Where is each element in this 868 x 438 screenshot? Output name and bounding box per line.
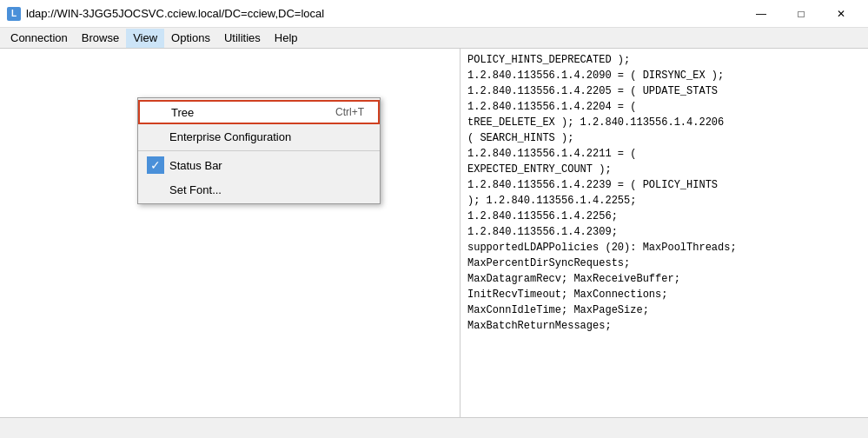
window-controls: — □ ✕ xyxy=(741,0,861,28)
content-line-14: MaxDatagramRecv; MaxReceiveBuffer; xyxy=(467,271,861,287)
content-line-9: ); 1.2.840.113556.1.4.2255; xyxy=(467,193,861,209)
close-button[interactable]: ✕ xyxy=(821,0,861,28)
content-line-6: 1.2.840.113556.1.4.2211 = ( xyxy=(467,146,861,162)
app-icon: L xyxy=(7,7,21,21)
content-line-7: EXPECTED_ENTRY_COUNT ); xyxy=(467,162,861,177)
menu-browse[interactable]: Browse xyxy=(75,29,126,48)
menu-item-set-font[interactable]: Set Font... xyxy=(138,177,380,202)
minimize-button[interactable]: — xyxy=(741,0,781,28)
tree-shortcut: Ctrl+T xyxy=(335,106,364,118)
status-bar-label: Status Bar xyxy=(169,159,222,172)
dropdown-separator xyxy=(138,150,380,151)
menu-options[interactable]: Options xyxy=(164,29,217,48)
content-line-10: 1.2.840.113556.1.4.2256; xyxy=(467,209,861,224)
view-dropdown-menu: Tree Ctrl+T Enterprise Configuration ✓ S… xyxy=(137,97,381,204)
content-line-5: ( SEARCH_HINTS ); xyxy=(467,130,861,146)
checkmark-icon: ✓ xyxy=(147,156,164,174)
menu-bar: Connection Browse View Options Utilities… xyxy=(0,28,868,49)
main-area: POLICY_HINTS_DEPRECATED ); 1.2.840.11355… xyxy=(0,49,868,417)
content-line-1: 1.2.840.113556.1.4.2090 = ( DIRSYNC_EX )… xyxy=(467,68,861,83)
content-line-17: MaxBatchReturnMessages; xyxy=(467,318,861,334)
menu-view[interactable]: View xyxy=(126,29,164,48)
content-line-16: MaxConnIdleTime; MaxPageSize; xyxy=(467,302,861,318)
content-line-15: InitRecvTimeout; MaxConnections; xyxy=(467,287,861,302)
enterprise-config-label: Enterprise Configuration xyxy=(169,130,291,143)
content-line-13: MaxPercentDirSyncRequests; xyxy=(467,256,861,271)
menu-help[interactable]: Help xyxy=(268,29,305,48)
window-title: ldap://WIN-3JGG5JOCSVC.cciew.local/DC=cc… xyxy=(26,7,741,20)
content-line-4: tREE_DELETE_EX ); 1.2.840.113556.1.4.220… xyxy=(467,115,861,130)
title-bar: L ldap://WIN-3JGG5JOCSVC.cciew.local/DC=… xyxy=(0,0,868,28)
set-font-label: Set Font... xyxy=(169,183,222,196)
content-line-12: supportedLDAPPolicies (20): MaxPoolThrea… xyxy=(467,240,861,256)
restore-button[interactable]: □ xyxy=(781,0,821,28)
content-line-2: 1.2.840.113556.1.4.2205 = ( UPDATE_STATS xyxy=(467,83,861,99)
right-panel: POLICY_HINTS_DEPRECATED ); 1.2.840.11355… xyxy=(461,49,868,417)
menu-item-tree[interactable]: Tree Ctrl+T xyxy=(138,100,380,124)
menu-item-enterprise-config[interactable]: Enterprise Configuration xyxy=(138,124,380,149)
content-line-8: 1.2.840.113556.1.4.2239 = ( POLICY_HINTS xyxy=(467,177,861,193)
content-line-0: POLICY_HINTS_DEPRECATED ); xyxy=(467,52,861,68)
menu-utilities[interactable]: Utilities xyxy=(217,29,268,48)
status-bar xyxy=(0,417,868,438)
content-line-11: 1.2.840.113556.1.4.2309; xyxy=(467,224,861,240)
menu-connection[interactable]: Connection xyxy=(3,29,75,48)
content-line-3: 1.2.840.113556.1.4.2204 = ( xyxy=(467,99,861,115)
menu-item-status-bar[interactable]: ✓ Status Bar xyxy=(138,153,380,177)
tree-label: Tree xyxy=(171,106,194,119)
